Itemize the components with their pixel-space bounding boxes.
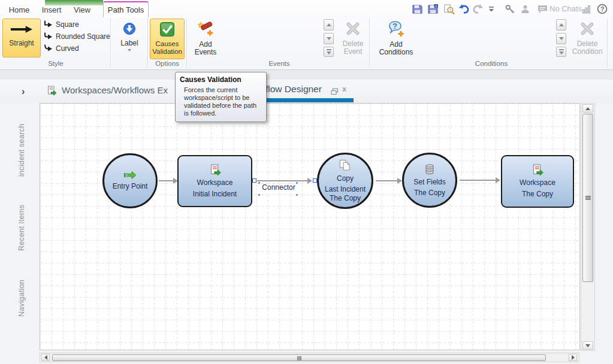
label-button[interactable]: Label [113,19,146,58]
horizontal-scroll-thumb[interactable] [52,354,546,361]
flow-arrow [460,180,496,181]
svg-text:?: ? [392,22,397,31]
vertical-scrollbar[interactable] [581,103,595,351]
tab-workflow-designer[interactable]: flow Designer [265,84,322,95]
ribbon: Home Insert View Path Tools x [0,0,613,70]
key-icon[interactable] [503,3,517,15]
group-divider [607,19,608,68]
selection-dot [258,194,260,196]
curved-path-icon [43,44,53,54]
delete-event-button: Delete Event [336,19,370,58]
square-path-icon [43,20,53,30]
node-set-fields[interactable]: Set Fields The Copy [402,153,457,208]
label-icon [123,22,136,37]
add-conditions-icon: ? [387,20,405,40]
flow-arrow [159,180,173,181]
add-events-button[interactable]: Add Events [190,19,221,58]
rounded-square-path-icon [43,32,53,42]
tooltip-title: Causes Validation [180,75,262,84]
style-group-label: Style [11,60,101,68]
document-tab-icon [47,86,57,98]
ribbon-lower-strip [0,70,613,80]
collapse-chevron-icon[interactable]: › [22,86,25,97]
redo-icon [472,3,485,15]
toolbar-dropdown-icon[interactable] [485,3,498,15]
delete-event-icon [345,20,361,39]
connector-label[interactable]: Connector [257,183,300,192]
undo-icon[interactable] [457,3,470,15]
events-group-label: Events [240,60,319,68]
quick-access-toolbar: x No Chats [407,0,613,17]
user-icon[interactable] [518,3,532,15]
selection-dot [296,194,298,196]
conditions-group-label: Conditions [452,60,531,68]
copy-icon [338,159,352,174]
condition-spinner-more[interactable] [556,47,566,57]
connector-line[interactable] [257,180,307,181]
event-spinner-up[interactable] [324,19,334,31]
signal-bars-icon[interactable] [580,3,593,15]
tooltip-body: Forces the current workspace/script to b… [184,86,263,117]
horizontal-scrollbar[interactable] [40,353,579,362]
causes-validation-button[interactable]: Causes Validation [150,19,185,59]
grid-background [40,104,579,350]
ribbon-tab-insert[interactable]: Insert [37,3,66,17]
group-divider [369,19,370,68]
delete-condition-icon [579,20,596,39]
node-workspace-the-copy[interactable]: Workspace The Copy [501,155,574,208]
sidebar-item-incident-search[interactable]: incident search [16,110,27,190]
group-divider [147,19,148,68]
causes-validation-tooltip: Causes Validation Forces the current wor… [175,72,267,122]
group-divider [186,19,187,68]
condition-spinner-up[interactable] [556,19,566,31]
event-spinner-more[interactable] [324,47,334,57]
entry-point-icon [123,171,137,182]
close-tab-icon[interactable]: x [342,84,346,93]
add-conditions-button[interactable]: ? Add Conditions [376,19,416,58]
scroll-right-button[interactable] [569,354,577,361]
workspace-icon [209,164,221,178]
label-dropdown-arrow [128,49,131,51]
flow-arrow [376,180,397,181]
straight-path-button[interactable]: Straight [2,19,41,57]
restore-window-icon[interactable] [331,87,339,98]
document-tab-bar: › Workspaces/Workflows Ex flow Designer … [0,80,613,102]
thumb-grip [297,356,298,360]
set-fields-icon [425,163,434,178]
node-copy-last-incident[interactable]: Copy Last Incident The Copy [317,153,373,209]
sidebar-item-recent-items[interactable]: Recent Items [16,192,27,263]
svg-text:x: x [435,4,437,7]
help-icon[interactable]: ? [596,3,609,15]
options-group-label: Options [149,60,186,68]
square-path-button[interactable]: Square [43,19,79,30]
curved-path-button[interactable]: Curved [43,43,79,54]
connector-endpoint-handle[interactable] [313,178,317,183]
svg-text:?: ? [600,5,605,13]
scroll-down-button[interactable] [582,341,593,350]
event-spinner-down[interactable] [324,33,334,44]
node-entry-point[interactable]: Entry Point [102,153,158,208]
thumb-grip [585,196,591,197]
connector-endpoint-handle[interactable] [252,178,256,183]
delete-condition-button: Delete Condition [568,19,606,58]
causes-validation-icon [159,22,175,39]
save-as-icon[interactable]: x [426,3,439,15]
scroll-left-button[interactable] [41,354,50,361]
selection-dot [258,182,260,184]
chat-icon[interactable] [536,3,549,15]
tab-workspaces-workflows[interactable]: Workspaces/Workflows Ex [62,85,168,95]
preview-search-icon[interactable] [442,3,455,15]
workspace-icon [532,164,543,178]
save-icon[interactable] [410,3,424,15]
scroll-up-button[interactable] [582,104,593,113]
ribbon-tab-view[interactable]: View [68,3,96,17]
condition-spinner-down[interactable] [556,33,566,44]
workflow-canvas[interactable]: Connector Entry Point Workspace Initial … [40,103,580,350]
rounded-square-path-button[interactable]: Rounded Square [43,31,110,42]
ribbon-tab-path-tools[interactable]: Path Tools [103,1,149,17]
ribbon-tab-home[interactable]: Home [5,3,34,17]
node-workspace-initial-incident[interactable]: Workspace Initial Incident [177,155,252,207]
vertical-scroll-thumb[interactable] [582,114,593,282]
group-divider [110,19,111,68]
sidebar-item-navigation[interactable]: Navigation [16,268,27,328]
